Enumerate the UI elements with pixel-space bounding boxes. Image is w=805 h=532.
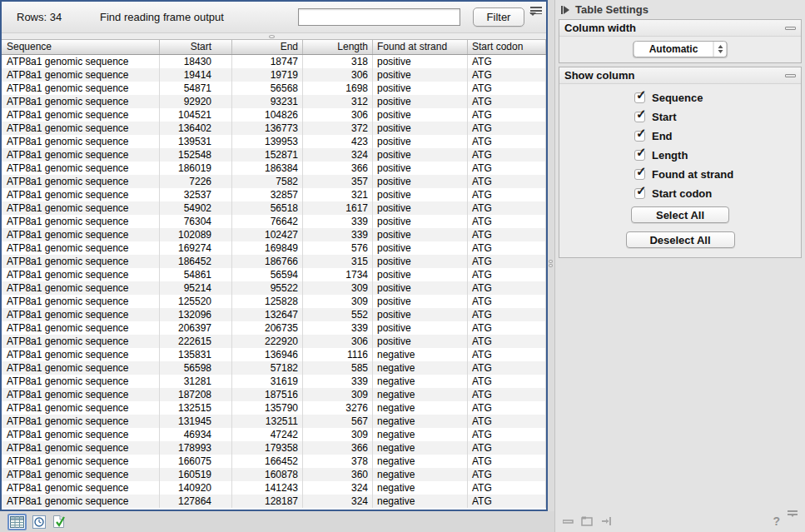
table-row[interactable]: ATP8a1 genomic sequence152548152871324po…	[2, 148, 546, 162]
table-row[interactable]: ATP8a1 genomic sequence102089102427339po…	[2, 228, 546, 241]
table-row[interactable]: ATP8a1 genomic sequence186019186384366po…	[2, 162, 546, 175]
checkbox[interactable]	[634, 112, 645, 122]
table-row[interactable]: ATP8a1 genomic sequence72267582357positi…	[2, 175, 546, 188]
filter-button[interactable]: Filter	[473, 7, 524, 27]
show-column-option[interactable]: End	[559, 127, 801, 146]
table-row[interactable]: ATP8a1 genomic sequence125520125828309po…	[2, 295, 546, 308]
table-cell: 132511	[232, 415, 303, 428]
table-cell: ATP8a1 genomic sequence	[2, 175, 160, 188]
column-header-strand[interactable]: Found at strand	[373, 40, 468, 54]
dock-panel-icon[interactable]	[601, 516, 613, 526]
table-row[interactable]: ATP8a1 genomic sequence1843018747318posi…	[2, 55, 546, 68]
table-cell: 32857	[232, 188, 303, 201]
table-row[interactable]: ATP8a1 genomic sequence104521104826306po…	[2, 108, 546, 122]
table-row[interactable]: ATP8a1 genomic sequence7630476642339posi…	[2, 215, 546, 228]
table-menu-icon[interactable]	[529, 7, 543, 19]
show-column-option[interactable]: Found at strand	[559, 165, 801, 184]
table-row[interactable]: ATP8a1 genomic sequence1941419719306posi…	[2, 68, 546, 82]
table-row[interactable]: ATP8a1 genomic sequence3253732857321posi…	[2, 188, 546, 201]
table-cell: 324	[303, 481, 373, 495]
table-row[interactable]: ATP8a1 genomic sequence4693447242309nega…	[2, 428, 546, 441]
panel-menu-icon[interactable]	[788, 510, 798, 532]
table-row[interactable]: ATP8a1 genomic sequence54871565681698pos…	[2, 82, 546, 95]
table-cell: 132096	[160, 308, 232, 321]
table-cell: 179358	[232, 441, 303, 455]
table-cell: 92920	[160, 95, 232, 108]
table-row[interactable]: ATP8a1 genomic sequence169274169849576po…	[2, 241, 546, 255]
filter-input[interactable]	[298, 8, 460, 26]
table-row[interactable]: ATP8a1 genomic sequence136402136773372po…	[2, 122, 546, 135]
splitter-grip-icon	[269, 35, 275, 38]
view-title: Find reading frame output	[100, 11, 224, 23]
table-row[interactable]: ATP8a1 genomic sequence139531139953423po…	[2, 135, 546, 148]
column-width-group-header[interactable]: Column width	[559, 20, 801, 37]
table-row[interactable]: ATP8a1 genomic sequence1325151357903276n…	[2, 401, 546, 415]
table-cell: positive	[373, 281, 468, 295]
table-row[interactable]: ATP8a1 genomic sequence9292093231312posi…	[2, 95, 546, 108]
column-header-end[interactable]: End	[232, 40, 303, 54]
table-cell: negative	[373, 388, 468, 401]
select-all-button[interactable]: Select All	[631, 206, 729, 223]
show-column-option[interactable]: Start	[559, 107, 801, 127]
table-cell: positive	[373, 241, 468, 255]
table-row[interactable]: ATP8a1 genomic sequence166075166452378ne…	[2, 455, 546, 468]
panel-splitter[interactable]	[548, 0, 554, 511]
column-header-sequence[interactable]: Sequence	[2, 40, 160, 54]
table-cell: ATP8a1 genomic sequence	[2, 375, 160, 388]
table-cell: 104521	[160, 108, 232, 122]
help-icon[interactable]: ?	[773, 515, 780, 528]
history-view-icon[interactable]	[32, 515, 47, 529]
table-row[interactable]: ATP8a1 genomic sequence131945132511567ne…	[2, 415, 546, 428]
sidebar-expand-icon[interactable]	[561, 6, 569, 14]
table-cell: 206397	[160, 321, 232, 335]
table-cell: ATG	[468, 241, 546, 255]
table-row[interactable]: ATP8a1 genomic sequence178993179358366ne…	[2, 441, 546, 455]
table-row[interactable]: ATP8a1 genomic sequence54861565941734pos…	[2, 268, 546, 281]
checkbox[interactable]	[634, 92, 645, 103]
table-row[interactable]: ATP8a1 genomic sequence132096132647552po…	[2, 308, 546, 321]
table-row[interactable]: ATP8a1 genomic sequence127864128187324ne…	[2, 495, 546, 508]
show-column-option[interactable]: Sequence	[559, 88, 801, 107]
table-cell: ATG	[468, 135, 546, 148]
checkbox[interactable]	[634, 131, 645, 142]
show-column-group-header[interactable]: Show column	[559, 67, 801, 84]
column-header-length[interactable]: Length	[303, 40, 373, 54]
checkbox[interactable]	[634, 169, 645, 180]
column-width-select[interactable]: Automatic	[634, 41, 728, 57]
table-row[interactable]: ATP8a1 genomic sequence206397206735339po…	[2, 321, 546, 335]
table-cell: 152548	[160, 148, 232, 162]
collapse-minus-icon[interactable]	[785, 27, 796, 30]
table-row[interactable]: ATP8a1 genomic sequence54902565181617pos…	[2, 201, 546, 215]
table-row[interactable]: ATP8a1 genomic sequence3128131619339nega…	[2, 375, 546, 388]
element-info-view-icon[interactable]	[52, 515, 66, 529]
checkbox[interactable]	[634, 150, 645, 161]
table-row[interactable]: ATP8a1 genomic sequence5659857182585nega…	[2, 361, 546, 375]
table-cell: ATP8a1 genomic sequence	[2, 95, 160, 108]
table-cell: 32537	[160, 188, 232, 201]
table-cell: ATP8a1 genomic sequence	[2, 361, 160, 375]
table-cell: negative	[373, 455, 468, 468]
table-row[interactable]: ATP8a1 genomic sequence1358311369461116n…	[2, 348, 546, 361]
table-row[interactable]: ATP8a1 genomic sequence187208187516309ne…	[2, 388, 546, 401]
table-row[interactable]: ATP8a1 genomic sequence9521495522309posi…	[2, 281, 546, 295]
horizontal-splitter[interactable]	[2, 32, 546, 40]
deselect-all-button[interactable]: Deselect All	[626, 231, 735, 248]
table-cell: 140920	[160, 481, 232, 495]
table-row[interactable]: ATP8a1 genomic sequence186452186766315po…	[2, 255, 546, 268]
float-panel-icon[interactable]	[581, 516, 594, 526]
column-header-codon[interactable]: Start codon	[468, 40, 546, 54]
table-view-icon[interactable]	[7, 514, 27, 530]
show-column-option[interactable]: Start codon	[559, 184, 801, 203]
table-cell: 306	[303, 335, 373, 348]
minimize-panel-icon[interactable]	[563, 517, 574, 525]
checkbox-label: Start codon	[652, 187, 712, 200]
show-column-option[interactable]: Length	[559, 146, 801, 165]
column-header-start[interactable]: Start	[160, 40, 232, 54]
table-cell: ATP8a1 genomic sequence	[2, 388, 160, 401]
checkbox[interactable]	[634, 188, 645, 199]
table-row[interactable]: ATP8a1 genomic sequence222615222920306po…	[2, 335, 546, 348]
table-row[interactable]: ATP8a1 genomic sequence140920141243324ne…	[2, 481, 546, 495]
table-row[interactable]: ATP8a1 genomic sequence160519160878360ne…	[2, 468, 546, 481]
collapse-minus-icon[interactable]	[785, 74, 796, 77]
table-cell: ATP8a1 genomic sequence	[2, 241, 160, 255]
